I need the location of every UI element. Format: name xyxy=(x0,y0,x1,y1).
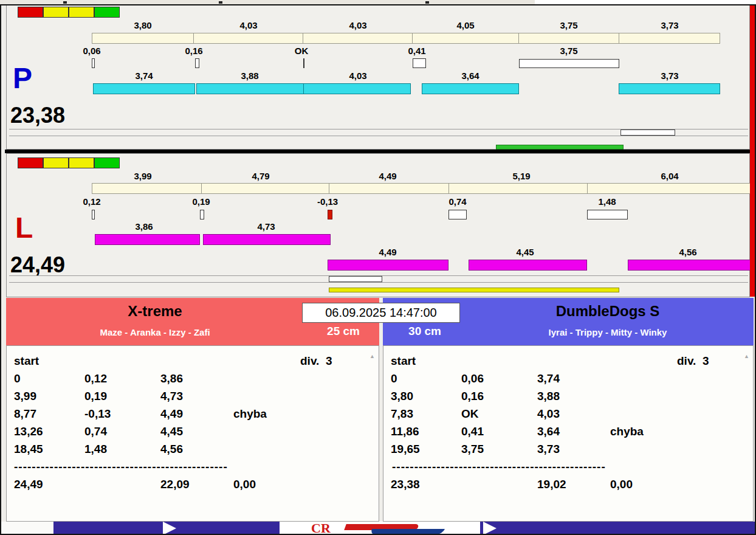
status-light-red xyxy=(18,157,43,168)
cumulative-time: 0 xyxy=(14,371,21,387)
split-segment xyxy=(92,33,194,44)
split-time-label: 3,73 xyxy=(645,21,694,30)
table-total-row: 24,49 22,09 0,00 xyxy=(7,477,379,492)
cross-time: 0,74 xyxy=(84,424,107,440)
cross-mark-label: -0,13 xyxy=(306,197,349,207)
table-header-row: start div. 3 xyxy=(7,353,379,369)
division-label: div. 3 xyxy=(677,353,709,369)
team-left-dogs: Maze - Aranka - Izzy - Zafi xyxy=(6,327,304,337)
split-time-label: 5,19 xyxy=(497,171,546,181)
run-bar xyxy=(619,83,720,94)
cumulative-time: 13,26 xyxy=(14,424,43,440)
split-time-label: 4,03 xyxy=(334,21,382,30)
track-marker xyxy=(329,276,382,282)
table-row: 18,45 1,48 4,56 xyxy=(7,441,379,457)
split-time-label: 6,04 xyxy=(645,171,694,181)
cross-tick xyxy=(200,210,204,219)
table-row: 7,83 OK 4,03 xyxy=(383,406,753,422)
track-marker xyxy=(620,129,675,136)
split-time-label: 3,75 xyxy=(545,21,593,30)
status-light-red xyxy=(18,7,43,18)
table-total-row: 23,38 19,02 0,00 xyxy=(383,477,753,492)
run-time-label: 4,45 xyxy=(501,247,549,257)
penalty: 0,00 xyxy=(610,477,633,492)
cross-time: 0,12 xyxy=(84,371,107,387)
run-time-label: 4,49 xyxy=(363,247,412,257)
run-time-label: 3,88 xyxy=(225,71,274,81)
cross-time: 0,19 xyxy=(84,388,107,404)
cumulative-time: 18,45 xyxy=(14,441,43,457)
status-light-yellow xyxy=(43,7,69,18)
run-time-label: 3,86 xyxy=(120,222,168,232)
table-row: 19,65 3,75 3,73 xyxy=(383,441,753,457)
cumulative-time: 3,80 xyxy=(391,388,413,404)
clean-sum: 22,09 xyxy=(160,477,190,492)
clipped-text-fragment xyxy=(425,1,429,4)
cross-mark-label: 3,75 xyxy=(548,46,590,56)
team-right-dogs: Iyrai - Trippy - Mitty - Winky xyxy=(462,327,754,337)
split-time-label: 3,99 xyxy=(119,171,167,181)
run-time: 4,49 xyxy=(160,406,183,422)
top-strip-white-area xyxy=(535,0,756,4)
status-light-green xyxy=(94,7,120,18)
cross-mark-label: 0,16 xyxy=(173,46,215,56)
running-dog-box xyxy=(519,59,619,68)
table-row: 0 0,12 3,86 xyxy=(7,371,379,387)
run-time: 4,56 xyxy=(160,441,183,457)
green-progress-bar xyxy=(496,145,624,150)
run-bar xyxy=(328,260,448,271)
cross-tick xyxy=(448,210,467,219)
table-row: 0 0,06 3,74 xyxy=(383,371,753,387)
table-row: 13,26 0,74 4,45 xyxy=(7,424,379,440)
lane-p-letter: P xyxy=(13,64,32,93)
run-time: 3,73 xyxy=(537,441,560,457)
table-row: 11,86 0,41 3,64 chyba xyxy=(383,424,753,440)
lane-l-letter: L xyxy=(15,213,33,243)
split-segment xyxy=(412,33,519,44)
lane-p-panel: 3,80 4,03 4,03 4,05 3,75 3,73 0,06 0,16 … xyxy=(6,5,750,150)
cross-tick xyxy=(413,58,426,68)
cross-mark-label: 1,48 xyxy=(586,197,628,207)
split-time-label: 3,80 xyxy=(119,21,167,30)
cross-time: 0,06 xyxy=(461,371,484,387)
start-label: start xyxy=(14,353,39,369)
table-row: 3,99 0,19 4,73 xyxy=(7,388,379,404)
cross-mark-label: 0,41 xyxy=(396,46,438,56)
cross-tick-line xyxy=(303,58,304,68)
table-row: 3,80 0,16 3,88 xyxy=(383,388,753,404)
cross-mark-label: 0,12 xyxy=(70,197,113,207)
run-bar xyxy=(628,260,752,271)
split-time-label: 4,03 xyxy=(224,21,273,30)
split-segment xyxy=(201,183,329,194)
cross-tick xyxy=(92,210,95,219)
fault-tick xyxy=(328,210,332,219)
cumulative-time: 19,65 xyxy=(391,441,420,457)
timing-app-window: 3,80 4,03 4,03 4,05 3,75 3,73 0,06 0,16 … xyxy=(0,0,756,535)
split-segment xyxy=(518,33,619,44)
banner-logo-box: CR xyxy=(280,522,480,535)
run-time: 4,03 xyxy=(537,406,560,422)
run-time: 3,88 xyxy=(537,388,560,404)
cross-tick xyxy=(92,58,95,68)
run-bar xyxy=(196,83,304,94)
cross-time: 1,48 xyxy=(84,441,107,457)
start-label: start xyxy=(391,353,416,369)
status-light-yellow xyxy=(69,7,94,18)
cumulative-time: 7,83 xyxy=(391,406,413,422)
total-time: 24,49 xyxy=(14,477,43,492)
run-time: 3,74 xyxy=(537,371,560,387)
cumulative-time: 0 xyxy=(391,371,397,387)
run-time-label: 4,56 xyxy=(664,247,712,257)
split-segment xyxy=(193,33,303,44)
team-left-jump-height: 25 cm xyxy=(308,325,379,338)
table-header-row: start div. 3 xyxy=(383,353,753,369)
cumulative-time: 8,77 xyxy=(14,406,36,422)
run-time-label: 4,73 xyxy=(242,222,290,232)
run-bar xyxy=(93,83,195,94)
table-separator: ----------------------------------------… xyxy=(392,459,629,475)
sponsor-banner: CR xyxy=(0,522,756,535)
run-time-label: 3,73 xyxy=(645,71,694,81)
fault-note: chyba xyxy=(233,406,267,422)
penalty: 0,00 xyxy=(233,477,256,492)
cumulative-time: 11,86 xyxy=(391,424,419,440)
